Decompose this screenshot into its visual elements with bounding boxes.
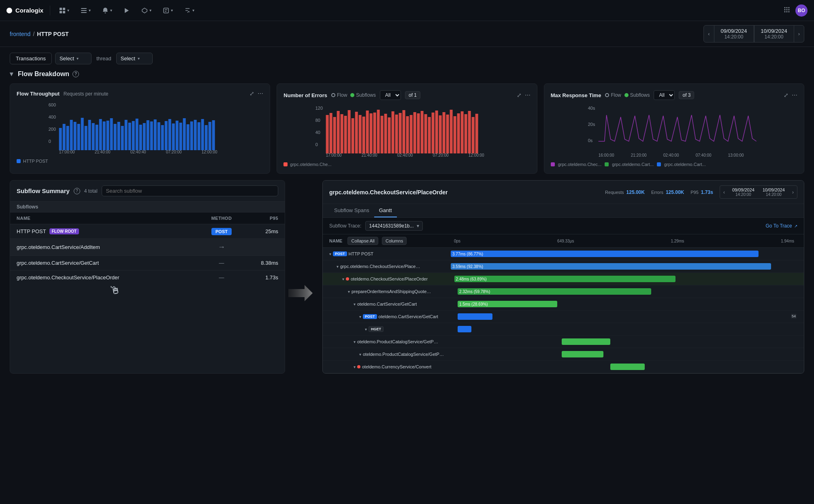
flow-breakdown-info-icon[interactable]: ? <box>72 71 79 77</box>
nav-separator <box>50 6 50 15</box>
trace-select[interactable]: 144241631589e1b... ▾ <box>365 221 422 231</box>
brand-logo[interactable]: Coralogix <box>6 7 43 14</box>
svg-rect-4 <box>81 8 87 9</box>
svg-rect-54 <box>172 123 175 150</box>
gantt-toolbar: NAME Collapse All Columns 0ps 649.33μs 1… <box>323 234 804 248</box>
errors-radio-flow[interactable]: Flow <box>331 92 347 98</box>
gantt-bar-cell-8 <box>451 350 797 358</box>
detail-date-next[interactable]: › <box>789 188 797 197</box>
data-icon-btn[interactable]: ▾ <box>160 6 175 15</box>
gantt-row-4[interactable]: ▾ oteldemo.CartService/GetCart 1.5ms (28… <box>323 298 804 310</box>
stat-errors: Errors 125.00K <box>651 189 684 195</box>
expand-icon-9[interactable]: ▾ <box>354 365 356 369</box>
gantt-collapse-btn[interactable]: Collapse All <box>347 237 378 245</box>
chart-errors-actions: ⤢ ⋯ <box>517 92 531 98</box>
trace-label: Subflow Trace: <box>329 223 361 229</box>
table-row[interactable]: HTTP POST FLOW ROOT POST 25ms <box>10 224 285 239</box>
date-next-btn[interactable]: › <box>794 28 804 40</box>
expand-icon-6[interactable]: ▾ <box>365 327 367 332</box>
grid-icon-btn[interactable] <box>783 6 791 15</box>
breadcrumb-parent[interactable]: frontend <box>10 31 30 37</box>
gantt-row-0[interactable]: ▾ POST HTTP POST 3.77ms (86.77%) <box>323 248 804 260</box>
table-row[interactable]: grpc.oteldemo.CartService/AddItem → <box>10 239 285 256</box>
expand-icon-7[interactable]: ▾ <box>354 340 356 344</box>
tab-gantt[interactable]: Gantt <box>374 204 397 217</box>
expand-icon-8[interactable]: ▾ <box>359 352 361 357</box>
chart-response-more-icon[interactable]: ⋯ <box>792 92 797 98</box>
collapse-flow-btn[interactable]: ▾ <box>10 70 13 78</box>
subflow-summary-title: Subflow Summary <box>17 187 70 194</box>
deploy-icon-btn[interactable]: ▾ <box>139 6 154 15</box>
table-row[interactable]: grpc.oteldemo.CartService/GetCart — 8.38… <box>10 256 285 270</box>
svg-rect-107 <box>443 112 445 153</box>
dashboard-icon-btn[interactable]: ▾ <box>57 6 72 15</box>
errors-radio-subflows[interactable]: Subflows <box>350 92 376 98</box>
detail-stats: Requests 125.00K Errors 125.00K P95 1.73… <box>605 185 797 199</box>
svg-rect-99 <box>413 112 416 153</box>
expand-icon-4[interactable]: ▾ <box>354 302 356 306</box>
play-icon-btn[interactable] <box>121 6 132 15</box>
gantt-row-1[interactable]: ▾ grpc.oteldemo.CheckoutService/PlaceOrd… <box>323 260 804 273</box>
transactions-btn[interactable]: Transactions <box>10 53 52 64</box>
response-dropdown[interactable]: All <box>654 90 675 100</box>
chart-errors-expand-icon[interactable]: ⤢ <box>517 92 522 98</box>
date-range-picker[interactable]: ‹ 09/09/2024 14:20:00 10/09/2024 14:20:0… <box>703 25 804 43</box>
row-name-getcart: grpc.oteldemo.CartService/GetCart <box>17 260 197 266</box>
gantt-row-2[interactable]: ▾ oteldemo.CheckoutService/PlaceOrder 2.… <box>323 273 804 285</box>
expand-icon-5[interactable]: ▾ <box>359 315 361 319</box>
date-prev-btn[interactable]: ‹ <box>704 28 714 40</box>
query-icon-btn[interactable]: ▾ <box>182 6 197 15</box>
subflow-search-input[interactable] <box>102 185 278 196</box>
gantt-badge-post-0: POST <box>333 251 347 256</box>
row-name-placeorder: grpc.oteldemo.CheckoutService/PlaceOrder <box>17 274 197 281</box>
stat-errors-value: 125.00K <box>666 189 684 195</box>
list-chevron: ▾ <box>89 8 91 13</box>
errors-dropdown[interactable]: All <box>380 90 401 100</box>
chart-errors-more-icon[interactable]: ⋯ <box>525 92 531 98</box>
stat-requests-label: Requests <box>605 190 624 195</box>
chart-expand-icon[interactable]: ⤢ <box>249 90 254 97</box>
gantt-row-7[interactable]: ▾ oteldemo.ProductCatalogService/GetProd… <box>323 336 804 348</box>
gantt-row-9[interactable]: ▾ oteldemo.CurrencyService/Convert <box>323 361 804 373</box>
gantt-time-2: 1.29ms <box>671 239 684 243</box>
gantt-row-8[interactable]: ▾ oteldemo.ProductCatalogService/GetProd… <box>323 348 804 361</box>
detail-date-prev[interactable]: ‹ <box>720 188 728 197</box>
subflow-info-icon[interactable]: ? <box>74 188 80 194</box>
detail-date-range[interactable]: ‹ 09/09/2024 14:20:00 10/09/2024 14:20:0… <box>720 185 797 199</box>
response-radio-subflows[interactable]: Subflows <box>624 92 650 98</box>
chart-throughput-actions: ⤢ ⋯ <box>249 90 263 97</box>
date-end-block: 10/09/2024 14:20:00 <box>754 26 794 42</box>
expand-icon-0[interactable]: ▾ <box>329 252 331 256</box>
gantt-row-5[interactable]: ▾ POST oteldemo.CartService/GetCart 54 <box>323 310 804 323</box>
errors-radio-flow-label: Flow <box>337 92 347 98</box>
svg-rect-104 <box>432 113 435 153</box>
gantt-columns-btn[interactable]: Columns <box>382 237 407 245</box>
svg-rect-60 <box>194 120 197 150</box>
svg-marker-7 <box>125 8 129 13</box>
list-icon-btn[interactable]: ▾ <box>78 6 93 15</box>
select2-dropdown[interactable]: Select ▾ <box>116 53 153 64</box>
chart-response-expand-icon[interactable]: ⤢ <box>784 92 788 98</box>
gantt-bar-cell-6 <box>451 325 797 333</box>
bell-icon-btn[interactable]: ▾ <box>100 6 115 15</box>
select1-dropdown[interactable]: Select ▾ <box>55 53 92 64</box>
thread-label: thread <box>95 53 113 64</box>
gantt-row-3[interactable]: ▾ prepareOrderItemsAndShippingQuoteFromC… <box>323 285 804 298</box>
table-row[interactable]: grpc.oteldemo.CheckoutService/PlaceOrder… <box>10 270 285 285</box>
svg-point-13 <box>784 9 786 11</box>
gantt-row-6[interactable]: ▾ HGET <box>323 323 804 336</box>
svg-rect-102 <box>424 114 427 153</box>
go-to-trace-btn[interactable]: Go To Trace ↗ <box>766 223 798 229</box>
bottom-section: Subflow Summary ? 4 total Subflows NAME … <box>0 180 814 374</box>
svg-point-15 <box>788 9 790 11</box>
expand-icon-1[interactable]: ▾ <box>337 264 339 269</box>
response-radio-flow[interactable]: Flow <box>605 92 621 98</box>
legend-label-throughput: HTTP POST <box>23 159 48 164</box>
expand-icon-3[interactable]: ▾ <box>348 289 350 294</box>
user-avatar[interactable]: BO <box>795 4 808 17</box>
tab-subflow-spans[interactable]: Subflow Spans <box>329 204 374 217</box>
expand-icon-2[interactable]: ▾ <box>342 277 344 281</box>
chart-more-icon[interactable]: ⋯ <box>258 90 263 97</box>
col-header-method: METHOD <box>197 216 246 221</box>
gantt-name-5: oteldemo.CartService/GetCart <box>379 314 438 319</box>
